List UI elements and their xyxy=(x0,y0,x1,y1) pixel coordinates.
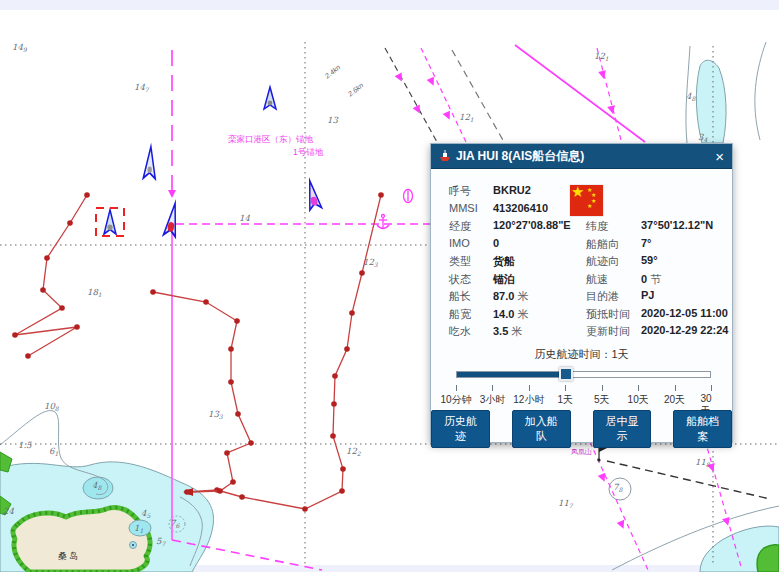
field-value: 59° xyxy=(641,254,658,271)
depth-sounding: 147 xyxy=(134,83,149,93)
ais-info-panel: JIA HUI 8(AIS船台信息) × 呼号BKRU2MMSI41320641… xyxy=(430,143,733,443)
track-point[interactable] xyxy=(340,466,346,472)
field-label: 航迹向 xyxy=(586,254,619,271)
depth-sounding: 118 xyxy=(695,458,710,468)
place-label: 凤凰山 xyxy=(571,448,592,455)
track-point[interactable] xyxy=(378,192,384,198)
depth-sounding: 61 xyxy=(49,447,58,457)
ship-target-icon[interactable] xyxy=(143,146,157,178)
ship-icon xyxy=(439,150,451,162)
depth-sounding: 48 xyxy=(686,92,695,102)
field-unit: 米 xyxy=(511,325,522,337)
field-label: 船长 xyxy=(449,289,471,306)
slider-tick xyxy=(638,385,639,391)
field-label: IMO xyxy=(449,237,470,254)
depth-sounding: 1.5 xyxy=(18,441,32,450)
slider-tick xyxy=(492,385,493,391)
slider-handle[interactable] xyxy=(559,367,573,381)
slider-tick-label[interactable]: 3小时 xyxy=(480,393,506,407)
history-track-loop xyxy=(15,195,87,356)
field-value: 7° xyxy=(641,237,652,254)
field-value: 3.5米 xyxy=(493,324,522,341)
track-point[interactable] xyxy=(239,494,245,500)
slider-tick-label[interactable]: 10天 xyxy=(628,393,649,407)
track-point[interactable] xyxy=(25,353,31,359)
field-unit: 米 xyxy=(517,308,528,320)
track-point[interactable] xyxy=(228,346,234,352)
track-point[interactable] xyxy=(234,318,240,324)
history-time-slider[interactable] xyxy=(456,371,711,378)
depth-sounding: 121 xyxy=(594,52,609,62)
track-point[interactable] xyxy=(12,332,18,338)
track-point[interactable] xyxy=(235,411,241,417)
track-point[interactable] xyxy=(40,287,46,293)
track-point[interactable] xyxy=(67,220,73,226)
anchorage-label-line1: 栾家口港区（东）锚地 xyxy=(228,135,313,144)
buoy-icon xyxy=(404,190,413,203)
track-point[interactable] xyxy=(203,299,209,305)
anchor-icon xyxy=(377,215,389,230)
field-value: 14.0米 xyxy=(493,307,528,324)
track-point[interactable] xyxy=(74,324,80,330)
slider-tick-label[interactable]: 20天 xyxy=(664,393,685,407)
action-button-1[interactable]: 历史航迹 xyxy=(431,410,490,448)
track-point[interactable] xyxy=(217,488,223,494)
slider-tick-label[interactable]: 12小时 xyxy=(513,393,544,407)
depth-sounding: 122 xyxy=(346,447,361,457)
track-point[interactable] xyxy=(224,450,230,456)
field-value: 2020-12-29 22:24 xyxy=(641,324,728,341)
field-unit: 节 xyxy=(650,273,661,285)
slider-tick-label[interactable]: 1天 xyxy=(558,393,574,407)
slider-tick-label[interactable]: 10分钟 xyxy=(440,393,471,407)
slider-tick xyxy=(675,385,676,391)
ship-target-icon[interactable] xyxy=(264,87,276,109)
history-time-label: 历史航迹时间：1天 xyxy=(431,347,732,362)
track-point[interactable] xyxy=(359,270,365,276)
panel-header[interactable]: JIA HUI 8(AIS船台信息) × xyxy=(431,144,732,169)
action-button-4[interactable]: 船舶档案 xyxy=(673,410,732,448)
track-point[interactable] xyxy=(44,255,50,261)
track-point[interactable] xyxy=(230,479,236,485)
field-unit: 米 xyxy=(517,290,528,302)
action-button-3[interactable]: 居中显示 xyxy=(593,410,652,448)
track-point[interactable] xyxy=(330,433,336,439)
track-point[interactable] xyxy=(339,488,345,494)
slider-fill xyxy=(457,372,567,377)
track-point[interactable] xyxy=(150,289,156,295)
action-button-2[interactable]: 加入船队 xyxy=(512,410,571,448)
ais-ships xyxy=(96,87,322,237)
track-point[interactable] xyxy=(349,310,355,316)
slider-tick xyxy=(565,385,566,391)
field-label: 更新时间 xyxy=(586,324,630,341)
depth-sounding: 78 xyxy=(613,483,622,493)
track-point[interactable] xyxy=(344,346,350,352)
china-flag: ★ ★ ★ ★ ★ xyxy=(570,185,603,216)
depth-sounding: 133 xyxy=(208,410,223,420)
field-value: 锚泊 xyxy=(493,272,515,289)
field-label: 类型 xyxy=(449,254,471,271)
field-label: 经度 xyxy=(449,219,471,236)
track-point[interactable] xyxy=(59,305,65,311)
depth-sounding: 76 xyxy=(170,519,179,529)
ship-target-icon[interactable] xyxy=(104,210,116,234)
ship-target-icon[interactable] xyxy=(304,179,322,209)
island-group xyxy=(0,411,213,572)
track-point[interactable] xyxy=(302,506,308,512)
slider-tick xyxy=(711,385,712,391)
field-value: BKRU2 xyxy=(493,184,531,201)
field-label: 吃水 xyxy=(449,324,471,341)
track-point[interactable] xyxy=(332,373,338,379)
track-point[interactable] xyxy=(84,192,90,198)
ship-target-icon[interactable] xyxy=(163,202,181,237)
slider-tick xyxy=(602,385,603,391)
track-point[interactable] xyxy=(248,440,254,446)
history-tracks xyxy=(12,192,384,512)
depth-sounding: 123 xyxy=(363,258,378,268)
track-point[interactable] xyxy=(331,401,337,407)
depth-sounding: 11 xyxy=(134,524,143,534)
close-icon[interactable]: × xyxy=(715,149,724,164)
slider-tick-label[interactable]: 5天 xyxy=(594,393,610,407)
field-value: 413206410 xyxy=(493,202,548,219)
field-label: 纬度 xyxy=(586,219,608,236)
track-point[interactable] xyxy=(228,379,234,385)
